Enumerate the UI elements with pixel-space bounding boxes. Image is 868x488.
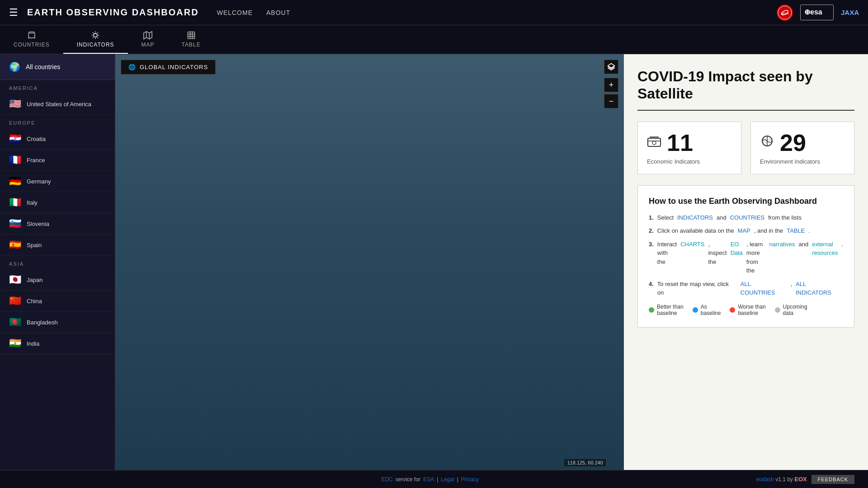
- map-coordinates: 118.125, 60.240: [564, 459, 606, 466]
- country-india[interactable]: 🇮🇳 India: [0, 333, 115, 354]
- tab-map[interactable]: MAP: [128, 25, 168, 54]
- footer-right: eodash v1.1 by EOX FEEDBACK: [756, 475, 855, 484]
- how-to-title: How to use the Earth Observing Dashboard: [649, 197, 843, 206]
- menu-icon[interactable]: ☰: [9, 7, 18, 19]
- svg-rect-8: [188, 32, 194, 38]
- economic-indicators-card[interactable]: 11 Economic Indicators: [637, 122, 741, 174]
- tab-countries[interactable]: COUNTRIES: [0, 25, 63, 54]
- how-to-list: Select INDICATORS and COUNTRIES from the…: [649, 213, 843, 297]
- nasa-logo: NASA: [777, 5, 793, 21]
- eodash-link[interactable]: eodash: [756, 476, 774, 483]
- zoom-out-button[interactable]: −: [604, 94, 618, 108]
- country-name-japan: Japan: [27, 277, 42, 283]
- svg-point-4: [94, 33, 97, 37]
- legal-link[interactable]: Legal: [441, 476, 454, 483]
- upcoming-label: Upcomingdata: [783, 304, 807, 316]
- esa-logo: ⊕esa: [800, 5, 834, 20]
- top-navigation: ☰ EARTH OBSERVING DASHBOARD WELCOME ABOU…: [0, 0, 868, 25]
- country-name-france: France: [27, 157, 45, 164]
- indicators-cards: 11 Economic Indicators 29: [637, 122, 854, 174]
- footer-center: EDC service for ESA | Legal | Privacy: [381, 476, 479, 483]
- region-america: AMERICA: [0, 80, 115, 94]
- country-china[interactable]: 🇨🇳 China: [0, 291, 115, 312]
- environment-label: Environment Indicators: [760, 158, 820, 165]
- country-name-china: China: [27, 298, 42, 305]
- svg-rect-26: [650, 136, 659, 138]
- layers-button[interactable]: [604, 60, 618, 74]
- indicators-link[interactable]: INDICATORS: [677, 213, 713, 222]
- country-name-india: India: [27, 340, 39, 347]
- zoom-in-button[interactable]: +: [604, 78, 618, 92]
- region-asia: ASIA: [0, 256, 115, 269]
- map-link[interactable]: MAP: [738, 226, 750, 235]
- all-countries-button[interactable]: 🌍 All countries: [0, 54, 115, 80]
- country-bangladesh[interactable]: 🇧🇩 Bangladesh: [0, 312, 115, 333]
- country-name-italy: Italy: [27, 199, 38, 206]
- flag-slovenia: 🇸🇮: [9, 218, 21, 230]
- app-title: EARTH OBSERVING DASHBOARD: [27, 7, 199, 18]
- svg-point-27: [652, 141, 656, 145]
- environment-card-inner: 29: [760, 131, 806, 155]
- sub-navigation: COUNTRIES INDICATORS MAP TABLE: [0, 25, 868, 54]
- flag-croatia: 🇭🇷: [9, 133, 21, 145]
- all-indicators-link[interactable]: ALL INDICATORS: [796, 280, 843, 297]
- upcoming-dot: [775, 307, 780, 313]
- country-france[interactable]: 🇫🇷 France: [0, 150, 115, 171]
- globe-icon: 🌐: [128, 64, 136, 70]
- svg-rect-25: [648, 138, 660, 146]
- how-to-box: How to use the Earth Observing Dashboard…: [637, 185, 854, 328]
- tab-indicators[interactable]: INDICATORS: [63, 25, 128, 54]
- flag-china: 🇨🇳: [9, 295, 21, 307]
- country-germany[interactable]: 🇩🇪 Germany: [0, 171, 115, 192]
- table-link[interactable]: TABLE: [787, 226, 805, 235]
- environment-indicators-card[interactable]: 29 Environment Indicators: [750, 122, 854, 174]
- country-croatia[interactable]: 🇭🇷 Croatia: [0, 128, 115, 150]
- as-label: Asbaseline: [701, 304, 721, 316]
- about-link[interactable]: ABOUT: [266, 9, 290, 16]
- flag-bangladesh: 🇧🇩: [9, 316, 21, 328]
- all-countries-link[interactable]: ALL COUNTRIES: [741, 280, 787, 297]
- svg-text:NASA: NASA: [781, 12, 789, 15]
- flag-france: 🇫🇷: [9, 154, 21, 166]
- svg-marker-5: [144, 31, 152, 39]
- partner-logos: NASA ⊕esa JAXA: [777, 5, 859, 21]
- countries-link[interactable]: COUNTRIES: [730, 213, 765, 222]
- how-to-step-2: Click on available data on the MAP, and …: [649, 226, 843, 235]
- country-spain[interactable]: 🇪🇸 Spain: [0, 235, 115, 256]
- legend-worse: Worse thanbaseline: [730, 304, 765, 316]
- region-europe: EUROPE: [0, 115, 115, 128]
- flag-italy: 🇮🇹: [9, 197, 21, 208]
- global-indicators-button[interactable]: 🌐 GLOBAL INDICATORS: [121, 60, 216, 75]
- esa-footer-link[interactable]: ESA: [423, 476, 434, 483]
- feedback-button[interactable]: FEEDBACK: [811, 475, 854, 484]
- footer: EDC service for ESA | Legal | Privacy eo…: [0, 470, 868, 488]
- economic-card-inner: 11: [647, 131, 693, 155]
- flag-spain: 🇪🇸: [9, 239, 21, 251]
- country-usa[interactable]: 🇺🇸 United States of America: [0, 94, 115, 115]
- narratives-link[interactable]: narratives: [769, 240, 795, 275]
- map-toolbar: 🌐 GLOBAL INDICATORS: [121, 60, 216, 75]
- charts-link[interactable]: CHARTS: [680, 240, 704, 275]
- map-container[interactable]: 5 3 15 5 12: [115, 54, 624, 470]
- legend-as: Asbaseline: [693, 304, 721, 316]
- welcome-link[interactable]: WELCOME: [217, 9, 253, 16]
- panel-title: COVID-19 Impact seen by Satellite: [637, 68, 854, 111]
- how-to-step-4: To reset the map view, click on ALL COUN…: [649, 280, 843, 297]
- flag-india: 🇮🇳: [9, 338, 21, 349]
- tab-map-label: MAP: [142, 42, 155, 48]
- country-name-germany: Germany: [27, 178, 51, 185]
- sidebar: 🌍 All countries AMERICA 🇺🇸 United States…: [0, 54, 115, 470]
- legend-better: Better thanbaseline: [649, 304, 684, 316]
- external-resources-link[interactable]: external resources: [812, 240, 838, 275]
- country-italy[interactable]: 🇮🇹 Italy: [0, 192, 115, 213]
- legend-upcoming: Upcomingdata: [775, 304, 807, 316]
- nav-links: WELCOME ABOUT: [217, 9, 291, 16]
- country-slovenia[interactable]: 🇸🇮 Slovenia: [0, 213, 115, 235]
- edc-link[interactable]: EDC: [381, 476, 392, 483]
- map-zoom-controls: + −: [604, 60, 618, 108]
- eo-data-link[interactable]: EO Data: [731, 240, 743, 275]
- how-to-step-1: Select INDICATORS and COUNTRIES from the…: [649, 213, 843, 222]
- privacy-link[interactable]: Privacy: [461, 476, 479, 483]
- tab-table[interactable]: TABLE: [168, 25, 214, 54]
- country-japan[interactable]: 🇯🇵 Japan: [0, 269, 115, 291]
